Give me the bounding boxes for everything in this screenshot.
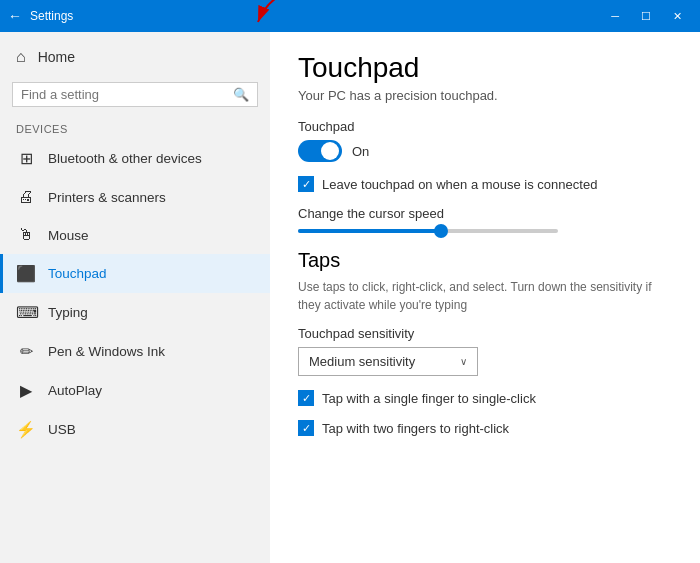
search-box[interactable]: 🔍 xyxy=(12,82,258,107)
leave-touchpad-checkbox-row: ✓ Leave touchpad on when a mouse is conn… xyxy=(298,176,672,192)
bluetooth-icon: ⊞ xyxy=(16,149,36,168)
window-controls: ─ ☐ ✕ xyxy=(601,0,692,32)
single-tap-checkbox-row: ✓ Tap with a single finger to single-cli… xyxy=(298,390,672,406)
typing-icon: ⌨ xyxy=(16,303,36,322)
touchpad-toggle[interactable] xyxy=(298,140,342,162)
search-input[interactable] xyxy=(21,87,233,102)
taps-description: Use taps to click, right-click, and sele… xyxy=(298,278,672,314)
two-finger-tap-label: Tap with two fingers to right-click xyxy=(322,421,509,436)
sidebar-item-pen[interactable]: ✏ Pen & Windows Ink xyxy=(0,332,270,371)
sidebar-item-bluetooth-label: Bluetooth & other devices xyxy=(48,151,202,166)
sidebar-item-autoplay[interactable]: ▶ AutoPlay xyxy=(0,371,270,410)
sidebar-item-typing[interactable]: ⌨ Typing xyxy=(0,293,270,332)
page-title: Touchpad xyxy=(298,52,672,84)
sidebar-item-pen-label: Pen & Windows Ink xyxy=(48,344,165,359)
printer-icon: 🖨 xyxy=(16,188,36,206)
toggle-thumb xyxy=(321,142,339,160)
sidebar-item-printers[interactable]: 🖨 Printers & scanners xyxy=(0,178,270,216)
title-bar: ← Settings ─ ☐ ✕ xyxy=(0,0,700,32)
precision-touchpad-subtitle: Your PC has a precision touchpad. xyxy=(298,88,672,103)
sidebar-item-touchpad-label: Touchpad xyxy=(48,266,107,281)
toggle-on-label: On xyxy=(352,144,369,159)
maximize-button[interactable]: ☐ xyxy=(631,0,661,32)
sidebar-item-bluetooth[interactable]: ⊞ Bluetooth & other devices xyxy=(0,139,270,178)
two-finger-tap-checkbox-row: ✓ Tap with two fingers to right-click xyxy=(298,420,672,436)
minimize-button[interactable]: ─ xyxy=(601,0,629,32)
app-title: Settings xyxy=(30,9,73,23)
slider-fill xyxy=(298,229,441,233)
sidebar-item-typing-label: Typing xyxy=(48,305,88,320)
search-icon: 🔍 xyxy=(233,87,249,102)
mouse-icon: 🖱 xyxy=(16,226,36,244)
leave-touchpad-label: Leave touchpad on when a mouse is connec… xyxy=(322,177,597,192)
pen-icon: ✏ xyxy=(16,342,36,361)
two-finger-tap-checkbox[interactable]: ✓ xyxy=(298,420,314,436)
single-tap-label: Tap with a single finger to single-click xyxy=(322,391,536,406)
sidebar-item-home[interactable]: ⌂ Home xyxy=(0,36,270,78)
close-button[interactable]: ✕ xyxy=(663,0,692,32)
sidebar-item-autoplay-label: AutoPlay xyxy=(48,383,102,398)
home-icon: ⌂ xyxy=(16,48,26,66)
taps-title: Taps xyxy=(298,249,672,272)
chevron-down-icon: ∨ xyxy=(460,356,467,367)
single-tap-checkbox[interactable]: ✓ xyxy=(298,390,314,406)
touchpad-section-label: Touchpad xyxy=(298,119,672,134)
home-label: Home xyxy=(38,49,75,65)
autoplay-icon: ▶ xyxy=(16,381,36,400)
slider-label: Change the cursor speed xyxy=(298,206,672,221)
sidebar-section-label: Devices xyxy=(0,115,270,139)
touchpad-toggle-row: On xyxy=(298,140,672,162)
sidebar-item-usb-label: USB xyxy=(48,422,76,437)
sidebar-item-touchpad[interactable]: ⬛ Touchpad xyxy=(0,254,270,293)
back-button[interactable]: ← xyxy=(8,8,22,24)
sensitivity-label: Touchpad sensitivity xyxy=(298,326,672,341)
sensitivity-dropdown[interactable]: Medium sensitivity ∨ xyxy=(298,347,478,376)
sensitivity-value: Medium sensitivity xyxy=(309,354,415,369)
cursor-speed-section: Change the cursor speed xyxy=(298,206,672,233)
slider-thumb xyxy=(434,224,448,238)
sidebar-item-mouse[interactable]: 🖱 Mouse xyxy=(0,216,270,254)
usb-icon: ⚡ xyxy=(16,420,36,439)
leave-touchpad-checkbox[interactable]: ✓ xyxy=(298,176,314,192)
sidebar: ⌂ Home 🔍 Devices ⊞ Bluetooth & other dev… xyxy=(0,32,270,563)
cursor-speed-slider[interactable] xyxy=(298,229,558,233)
content-area: Touchpad Your PC has a precision touchpa… xyxy=(270,32,700,563)
sidebar-item-printers-label: Printers & scanners xyxy=(48,190,166,205)
sidebar-item-mouse-label: Mouse xyxy=(48,228,89,243)
sidebar-item-usb[interactable]: ⚡ USB xyxy=(0,410,270,449)
touchpad-icon: ⬛ xyxy=(16,264,36,283)
